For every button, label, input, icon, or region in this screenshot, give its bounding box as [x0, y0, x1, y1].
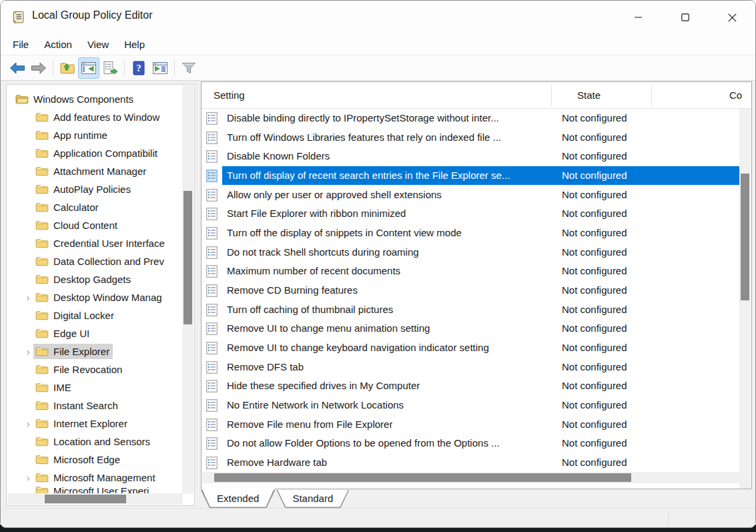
- setting-name: Maximum number of recent documents: [227, 262, 400, 281]
- up-one-level-button[interactable]: [57, 57, 78, 79]
- list-horizontal-scrollbar[interactable]: [202, 472, 740, 483]
- tree-vertical-scrollbar[interactable]: [182, 85, 194, 494]
- policy-row[interactable]: Remove File menu from File ExplorerNot c…: [202, 415, 739, 435]
- column-header-comment[interactable]: Co: [729, 82, 742, 109]
- policy-row[interactable]: Hide these specified drives in My Comput…: [202, 376, 739, 396]
- tree-item-location-and-sensors[interactable]: Location and Sensors: [7, 433, 181, 451]
- show-action-pane-button[interactable]: [149, 57, 171, 79]
- back-button[interactable]: [7, 57, 28, 79]
- console-tree-pane: Windows ComponentsAdd features to Window…: [6, 84, 195, 506]
- policy-row[interactable]: Allow only per user or approved shell ex…: [202, 186, 739, 205]
- folder-icon: [35, 130, 49, 140]
- tree-item-label: Add features to Window: [53, 111, 159, 123]
- tree-vertical-scrollbar-thumb[interactable]: [183, 191, 192, 324]
- tab-extended[interactable]: Extended: [201, 490, 275, 508]
- tree-item-app-runtime[interactable]: App runtime: [7, 126, 181, 144]
- menu-bar: FileActionViewHelp: [1, 34, 755, 55]
- tree-item-ime[interactable]: IME: [7, 378, 181, 396]
- tree-item-calculator[interactable]: Calculator: [7, 198, 181, 216]
- tree-item-file-explorer[interactable]: ›File Explorer: [7, 342, 181, 360]
- tree-item-internet-explorer[interactable]: ›Internet Explorer: [7, 415, 181, 433]
- tree-item-edge-ui[interactable]: Edge UI: [7, 324, 181, 342]
- setting-state: Not configured: [562, 396, 627, 415]
- menu-item-file[interactable]: File: [13, 39, 29, 50]
- list-vertical-scrollbar[interactable]: [739, 109, 751, 489]
- help-button[interactable]: ?: [128, 57, 149, 79]
- policy-row[interactable]: Do not allow Folder Options to be opened…: [202, 434, 739, 453]
- menu-item-view[interactable]: View: [87, 39, 109, 50]
- tree-item-desktop-gadgets[interactable]: Desktop Gadgets: [7, 270, 181, 288]
- folder-icon: [35, 202, 49, 212]
- column-header-state[interactable]: State: [577, 82, 601, 109]
- chevron-right-icon[interactable]: ›: [23, 346, 33, 357]
- list-vertical-scrollbar-thumb[interactable]: [741, 174, 749, 300]
- setting-state: Not configured: [562, 376, 627, 396]
- setting-state: Not configured: [562, 166, 627, 186]
- policy-row[interactable]: Start File Explorer with ribbon minimize…: [202, 204, 739, 224]
- close-button[interactable]: [717, 1, 747, 34]
- policy-setting-icon: [206, 265, 218, 278]
- tree-item-digital-locker[interactable]: Digital Locker: [7, 306, 181, 324]
- policy-setting-icon: [206, 380, 218, 392]
- tree-item-data-collection-and-prev[interactable]: Data Collection and Prev: [7, 252, 181, 270]
- tree-horizontal-scrollbar-thumb[interactable]: [45, 495, 126, 503]
- filter-button[interactable]: [178, 57, 200, 79]
- policy-row[interactable]: Turn off caching of thumbnail picturesNo…: [202, 300, 739, 320]
- tree-item-label: Windows Components: [33, 93, 133, 105]
- menu-item-help[interactable]: Help: [124, 39, 145, 50]
- tree-item-instant-search[interactable]: Instant Search: [7, 396, 181, 415]
- policy-row[interactable]: Remove UI to change keyboard navigation …: [202, 338, 739, 358]
- chevron-right-icon[interactable]: ›: [23, 473, 33, 483]
- tree-item-attachment-manager[interactable]: Attachment Manager: [7, 162, 181, 180]
- tree-item-desktop-window-manag[interactable]: ›Desktop Window Manag: [7, 288, 181, 306]
- policy-row[interactable]: Remove Hardware tabNot configured: [202, 453, 739, 473]
- tree-item-microsoft-edge[interactable]: Microsoft Edge: [7, 451, 181, 469]
- policy-setting-icon: [206, 419, 218, 431]
- forward-button[interactable]: [28, 57, 49, 79]
- export-list-button[interactable]: [99, 57, 121, 79]
- folder-icon: [35, 148, 49, 158]
- policy-row[interactable]: Remove CD Burning featuresNot configured: [202, 281, 739, 300]
- tree-item-label: App runtime: [53, 129, 107, 141]
- tree-item-file-revocation[interactable]: File Revocation: [7, 360, 181, 378]
- policy-row[interactable]: Disable Known FoldersNot configured: [202, 147, 739, 166]
- policy-row[interactable]: Turn off the display of snippets in Cont…: [202, 224, 739, 243]
- policy-row[interactable]: Maximum number of recent documentsNot co…: [202, 262, 739, 281]
- policy-row[interactable]: Turn off display of recent search entrie…: [202, 166, 739, 186]
- tree-item-add-features-to-window[interactable]: Add features to Window: [7, 108, 181, 126]
- setting-name: Do not allow Folder Options to be opened…: [227, 434, 500, 453]
- folder-icon: [35, 274, 49, 284]
- policy-row[interactable]: Do not track Shell shortcuts during roam…: [202, 243, 739, 262]
- show-console-tree-button[interactable]: [78, 57, 99, 79]
- maximize-button[interactable]: [670, 1, 701, 34]
- setting-state: Not configured: [562, 128, 627, 148]
- policy-row[interactable]: No Entire Network in Network LocationsNo…: [202, 396, 739, 415]
- tree-item-windows-components[interactable]: Windows Components: [7, 90, 181, 108]
- title-bar[interactable]: Local Group Policy Editor: [1, 1, 755, 34]
- policy-row[interactable]: Remove DFS tabNot configured: [202, 358, 739, 377]
- tab-standard[interactable]: Standard: [276, 490, 349, 508]
- policy-row[interactable]: Turn off Windows Libraries features that…: [202, 128, 739, 148]
- folder-icon: [35, 256, 49, 266]
- tree-item-autoplay-policies[interactable]: AutoPlay Policies: [7, 180, 181, 198]
- setting-name: Hide these specified drives in My Comput…: [227, 376, 420, 396]
- tree-item-microsoft-management[interactable]: ›Microsoft Management: [7, 469, 181, 487]
- column-header-setting[interactable]: Setting: [214, 82, 245, 109]
- tree-item-cloud-content[interactable]: Cloud Content: [7, 216, 181, 234]
- policy-setting-icon: [206, 208, 218, 220]
- tree-item-application-compatibilit[interactable]: Application Compatibilit: [7, 144, 181, 162]
- minimize-button[interactable]: [623, 1, 654, 34]
- chevron-right-icon[interactable]: ›: [23, 419, 33, 429]
- column-separator[interactable]: [551, 85, 552, 106]
- list-horizontal-scrollbar-thumb[interactable]: [214, 473, 631, 482]
- menu-item-action[interactable]: Action: [44, 39, 72, 50]
- policy-row[interactable]: Remove UI to change menu animation setti…: [202, 319, 739, 338]
- policy-row[interactable]: Disable binding directly to IPropertySet…: [202, 109, 739, 128]
- tree-horizontal-scrollbar[interactable]: [7, 493, 183, 505]
- tree-item-credential-user-interface[interactable]: Credential User Interface: [7, 234, 181, 252]
- policy-setting-icon: [206, 227, 218, 240]
- setting-state: Not configured: [562, 300, 627, 320]
- column-separator[interactable]: [651, 85, 652, 106]
- folder-icon: [35, 419, 49, 429]
- chevron-right-icon[interactable]: ›: [23, 292, 33, 303]
